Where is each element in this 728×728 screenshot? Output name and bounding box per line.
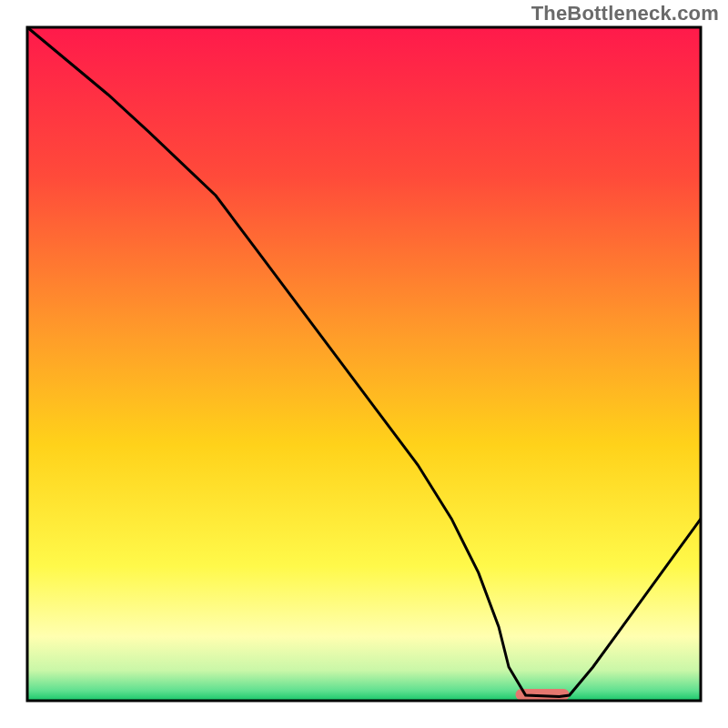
plot-area	[27, 27, 701, 701]
watermark-text: TheBottleneck.com	[531, 2, 719, 25]
gradient-background	[27, 27, 701, 701]
chart-svg	[0, 0, 728, 728]
bottleneck-chart: TheBottleneck.com	[0, 0, 728, 728]
